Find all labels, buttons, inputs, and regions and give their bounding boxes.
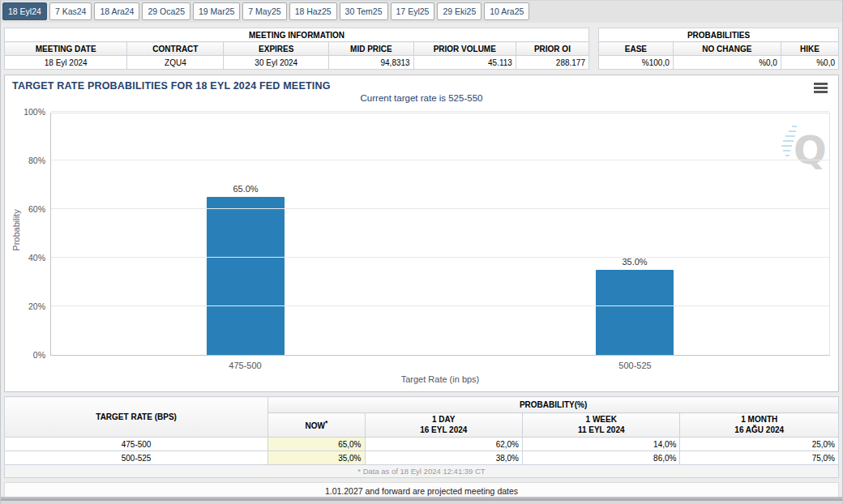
y-axis-tick-label: 40% <box>5 253 45 263</box>
y-axis-tick-label: 20% <box>5 301 45 311</box>
chart-title: TARGET RATE PROBABILITIES FOR 18 EYL 202… <box>12 80 331 92</box>
period-column-header: 1 DAY16 EYL 2024 <box>365 413 522 438</box>
meeting-date-tab[interactable]: 18 Eyl24 <box>2 2 47 20</box>
x-axis-title: Target Rate (in bps) <box>50 374 830 384</box>
cell-value: 45.113 <box>413 56 516 70</box>
target-rate-cell: 500-525 <box>5 451 268 465</box>
info-tables-row: MEETING INFORMATIONMEETING DATECONTRACTE… <box>4 28 839 70</box>
meeting-date-tabbar: 18 Eyl247 Kas2418 Ara2429 Oca2519 Mar257… <box>1 1 842 23</box>
meeting-information-table: MEETING INFORMATIONMEETING DATECONTRACTE… <box>4 28 589 70</box>
meeting-date-tab[interactable]: 29 Eki25 <box>437 2 481 20</box>
column-header: EXPIRES <box>224 42 329 56</box>
meeting-date-tab[interactable]: 30 Tem25 <box>340 2 388 20</box>
meeting-date-tab[interactable]: 7 May25 <box>242 2 286 20</box>
period-date: 16 EYL 2024 <box>369 425 519 436</box>
meeting-date-tab[interactable]: 7 Kas24 <box>49 2 92 20</box>
period-date: 16 AĞU 2024 <box>683 425 835 436</box>
probability-cell: 62,0% <box>365 438 522 451</box>
meeting-date-tab[interactable]: 29 Oca25 <box>142 2 190 20</box>
x-axis-category-labels: 475-500500-525 <box>50 361 830 370</box>
gridline <box>51 208 829 209</box>
bar-value-label: 65.0% <box>233 184 258 194</box>
probability-cell: 14,0% <box>522 438 679 451</box>
column-header: NO CHANGE <box>673 42 781 56</box>
column-header: MEETING DATE <box>5 42 127 56</box>
x-axis-category-label: 475-500 <box>50 361 440 370</box>
chart-subtitle: Current target rate is 525-550 <box>5 93 838 103</box>
meeting-date-tab[interactable]: 17 Eyl25 <box>391 2 435 20</box>
table-title: PROBABILITIES <box>599 28 839 42</box>
probability-bar[interactable] <box>207 197 285 355</box>
now-probability-cell: 35,0% <box>268 451 365 465</box>
table-row: 500-52535,0%38,0%86,0%75,0% <box>5 451 839 465</box>
table-row: 475-50065,0%62,0%14,0%25,0% <box>5 438 839 451</box>
y-axis-tick-label: 60% <box>5 204 45 214</box>
bar-slot: 35.0% <box>440 113 829 355</box>
meeting-date-tab[interactable]: 10 Ara25 <box>484 2 529 20</box>
column-header: PRIOR VOLUME <box>413 42 516 56</box>
probability-cell: 38,0% <box>365 451 522 465</box>
probability-cell: 25,0% <box>680 438 839 451</box>
y-axis-tick-label: 100% <box>5 107 45 117</box>
column-header: CONTRACT <box>127 42 224 56</box>
probability-detail-table: TARGET RATE (BPS)PROBABILITY(%)NOW*1 DAY… <box>4 396 839 478</box>
y-axis-tick-label: 80% <box>5 156 45 165</box>
cell-value: 94,8313 <box>329 56 414 70</box>
period-date: 11 EYL 2024 <box>526 425 676 436</box>
period-label: 1 WEEK <box>526 415 676 425</box>
column-header: HIKE <box>781 42 838 56</box>
gridline <box>51 257 829 258</box>
column-header: EASE <box>599 42 674 56</box>
now-probability-cell: 65,0% <box>268 438 365 451</box>
bar-slot: 65.0% <box>51 113 440 355</box>
meeting-date-tab[interactable]: 19 Mar25 <box>193 2 240 20</box>
period-label: 1 DAY <box>369 415 519 425</box>
probability-cell: 86,0% <box>522 451 679 465</box>
now-column-header: NOW* <box>268 413 365 438</box>
cell-value: %100,0 <box>599 56 674 70</box>
probability-bar[interactable] <box>596 270 674 355</box>
period-label: 1 MONTH <box>683 415 835 425</box>
column-header: MID PRICE <box>329 42 414 56</box>
column-header: PRIOR OI <box>516 42 588 56</box>
data-as-of-footnote: * Data as of 18 Eyl 2024 12:41:39 CT <box>5 465 839 478</box>
meeting-date-tab[interactable]: 18 Haz25 <box>289 2 337 20</box>
gridline <box>51 111 829 112</box>
cell-value: ZQU4 <box>127 56 224 70</box>
bar-value-label: 35.0% <box>622 257 647 267</box>
probability-group-header: PROBABILITY(%) <box>268 397 839 413</box>
probability-cell: 75,0% <box>680 451 839 465</box>
cell-value: %0,0 <box>781 56 838 70</box>
cell-value: 18 Eyl 2024 <box>5 56 127 70</box>
gridline <box>51 160 829 160</box>
y-axis-tick-label: 0% <box>5 350 45 360</box>
plot-area: Q 65.0%35.0% <box>50 113 830 356</box>
table-title: MEETING INFORMATION <box>5 28 589 42</box>
meeting-date-tab[interactable]: 18 Ara24 <box>94 2 139 20</box>
probabilities-summary-table: PROBABILITIESEASENO CHANGEHIKE%100,0%0,0… <box>598 28 839 70</box>
period-column-header: 1 WEEK11 EYL 2024 <box>522 413 679 438</box>
target-rate-header: TARGET RATE (BPS) <box>5 397 268 438</box>
cell-value: %0,0 <box>673 56 781 70</box>
period-column-header: 1 MONTH16 AĞU 2024 <box>680 413 839 438</box>
target-rate-cell: 475-500 <box>5 438 268 451</box>
gridline <box>51 305 829 306</box>
window-bottom-edge <box>1 501 842 504</box>
cell-value: 30 Eyl 2024 <box>224 56 329 70</box>
cell-value: 288.177 <box>516 56 588 70</box>
target-rate-probabilities-chart: TARGET RATE PROBABILITIES FOR 18 EYL 202… <box>4 75 839 392</box>
x-axis-category-label: 500-525 <box>440 361 830 370</box>
